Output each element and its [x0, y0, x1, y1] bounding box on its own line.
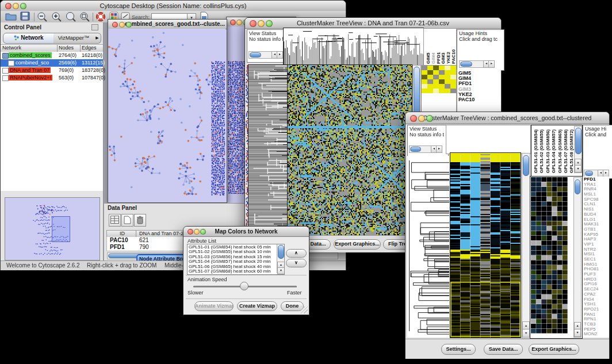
speed-slider-thumb[interactable] [240, 282, 248, 290]
column-label[interactable]: GPL51-07 (GSM868) [563, 125, 569, 173]
zoom-window-button[interactable] [200, 229, 206, 235]
zoom-window-button[interactable] [266, 20, 273, 27]
zoom-window-button[interactable] [426, 115, 433, 122]
view-status-scrollbar[interactable] [409, 145, 432, 153]
table-view-button[interactable] [109, 214, 121, 227]
close-button[interactable] [250, 20, 257, 27]
treeview1-titlebar[interactable]: ClusterMaker TreeView : DNA and Tran 07-… [245, 18, 501, 29]
scroll-down-button[interactable]: ▾ [575, 165, 582, 173]
correlation-cell[interactable] [439, 75, 445, 79]
column-label[interactable]: GIM3 [441, 32, 446, 64]
correlation-cell[interactable] [427, 75, 433, 79]
correlation-cell[interactable] [445, 79, 450, 84]
column-header[interactable]: Edges [82, 45, 97, 51]
correlation-cell[interactable] [422, 84, 427, 89]
animate-vizmap-button[interactable]: Animate Vizmap [194, 301, 234, 311]
column-dendrogram-area[interactable] [446, 125, 531, 154]
column-label[interactable]: GIM5 [426, 32, 431, 64]
column-header[interactable]: Nodes [59, 45, 74, 51]
column-label[interactable]: GPL51-03 (GSM856) [545, 125, 551, 173]
correlation-cell[interactable] [422, 66, 427, 70]
close-button[interactable] [188, 229, 193, 235]
move-up-button[interactable]: ∧ [286, 249, 307, 258]
correlation-cell[interactable] [439, 66, 445, 70]
correlation-cell[interactable] [450, 84, 456, 89]
correlation-cell[interactable] [450, 79, 456, 84]
float-panel-icon[interactable] [91, 24, 98, 30]
correlation-cell[interactable] [445, 84, 450, 89]
zoom-selected-icon[interactable] [79, 12, 92, 22]
scrollbar-thumb[interactable] [575, 128, 582, 154]
correlation-cell[interactable] [445, 89, 450, 93]
correlation-cell[interactable] [450, 89, 456, 93]
correlation-cell[interactable] [439, 70, 445, 75]
scroll-down-button[interactable]: ▾ [277, 267, 285, 274]
minimize-button[interactable] [236, 20, 242, 25]
column-label[interactable]: GPL51-01 (GSM854) [533, 125, 539, 173]
column-label[interactable]: GPL51-08 (GSM872) [569, 125, 575, 173]
overview-viewport[interactable] [52, 216, 70, 242]
zoom-window-button[interactable] [126, 22, 132, 28]
correlation-cell[interactable] [427, 66, 433, 70]
close-button[interactable] [410, 115, 417, 122]
scroll-down-button[interactable]: ▾ [574, 329, 581, 337]
scrollbar-thumb[interactable] [250, 52, 261, 58]
correlation-cell[interactable] [439, 89, 445, 93]
correlation-cell[interactable] [450, 75, 456, 79]
attribute-list-item[interactable]: GPL51-07 (GSM868) heat shock 60 min [189, 269, 277, 274]
correlation-cell[interactable] [427, 84, 433, 89]
minimize-button[interactable] [194, 229, 200, 235]
correlation-cell[interactable] [445, 75, 450, 79]
settings-button[interactable]: Settings... [441, 344, 476, 355]
resize-grip[interactable] [301, 306, 308, 313]
close-button[interactable] [230, 20, 236, 25]
save-data-button[interactable]: Save Data... [484, 344, 523, 355]
global-heatmap[interactable] [288, 65, 412, 235]
zoom-fit-icon[interactable] [66, 12, 78, 22]
create-vizmap-button[interactable]: Create Vizmap [237, 301, 277, 311]
done-button[interactable]: Done [281, 301, 304, 311]
scrollbar-thumb[interactable] [460, 62, 472, 67]
label-vertical-scrollbar[interactable]: ▴ ▾ [574, 126, 582, 173]
main-titlebar[interactable]: Cytoscape Desktop (Session Name: collins… [1, 1, 346, 12]
tab-network[interactable]: Network [3, 33, 55, 44]
correlation-cell[interactable] [433, 75, 439, 79]
zoom-out-icon[interactable] [37, 12, 49, 22]
new-attribute-button[interactable] [121, 214, 133, 227]
column-label[interactable]: GPL51-06 (GSM865) [557, 125, 563, 173]
close-button[interactable] [112, 22, 118, 28]
network-list-row[interactable]: combined_scores2764(0)16218(0) [1, 52, 103, 59]
correlation-cell[interactable] [427, 79, 433, 84]
row-dendrogram[interactable] [407, 156, 449, 338]
tab-overflow-button[interactable]: ▶ [94, 33, 101, 44]
scroll-right-button[interactable]: ▸ [488, 60, 495, 68]
network-canvas[interactable] [108, 29, 225, 201]
usage-hints-scrollbar[interactable] [459, 60, 484, 68]
scrollbar-thumb[interactable] [410, 147, 421, 152]
move-down-button[interactable]: ∨ [286, 259, 307, 267]
gene-label[interactable]: MON2 [584, 332, 609, 337]
export-graphics-button[interactable]: Export Graphics... [334, 239, 381, 250]
correlation-cell[interactable] [433, 70, 439, 75]
column-dendrogram[interactable] [284, 28, 423, 65]
scrollbar-thumb[interactable] [278, 245, 284, 259]
export-graphics-button[interactable]: Export Graphics... [529, 344, 579, 355]
global-heatmap[interactable] [450, 153, 521, 338]
minimize-button[interactable] [119, 22, 125, 28]
attribute-listbox[interactable]: GPL51-01 (GSM854) heat shock 05 minGPL51… [187, 244, 285, 275]
scroll-right-button[interactable]: ▸ [277, 51, 283, 59]
zoom-heatmap[interactable] [531, 177, 568, 334]
view-status-scrollbar[interactable] [248, 51, 273, 59]
minimize-button[interactable] [258, 20, 265, 27]
network-list-row[interactable]: combined_sco2569(6)13112(15) [1, 59, 103, 67]
correlation-cell[interactable] [433, 79, 439, 84]
zoom-window-button[interactable] [20, 3, 26, 9]
correlation-cell[interactable] [439, 79, 445, 84]
correlation-cell[interactable] [433, 66, 439, 70]
column-label[interactable]: GPL51-02 (GSM855) [539, 125, 545, 173]
correlation-cell[interactable] [450, 70, 456, 75]
correlation-cell[interactable] [427, 89, 433, 93]
scrollbar-thumb[interactable] [575, 179, 580, 194]
save-session-button[interactable] [20, 12, 33, 22]
correlation-cell[interactable] [422, 79, 427, 84]
